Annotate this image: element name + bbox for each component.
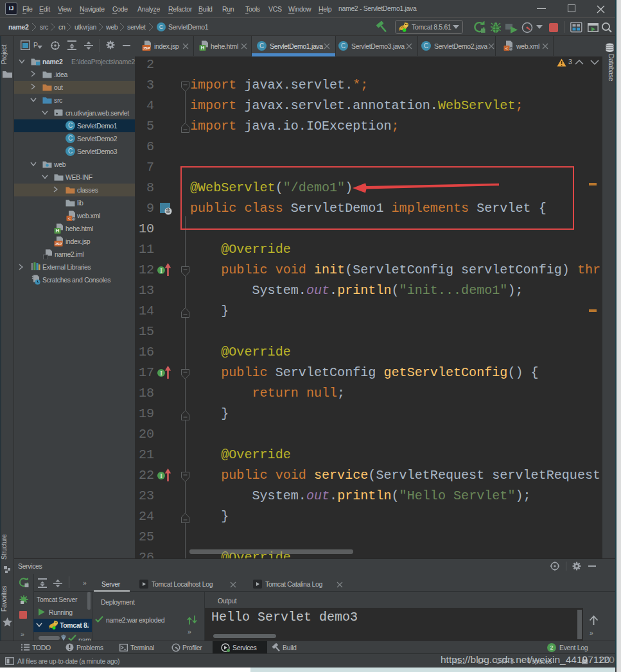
svg-text:H: H — [201, 45, 204, 51]
svg-text:I: I — [160, 473, 162, 479]
svg-text:JSP: JSP — [55, 242, 62, 246]
svg-text:I: I — [160, 268, 162, 274]
svg-text:H: H — [56, 228, 59, 234]
svg-text:I: I — [160, 370, 162, 377]
svg-text:<: < — [68, 216, 71, 221]
svg-text:JSP: JSP — [143, 46, 150, 50]
svg-text:<: < — [505, 46, 508, 51]
